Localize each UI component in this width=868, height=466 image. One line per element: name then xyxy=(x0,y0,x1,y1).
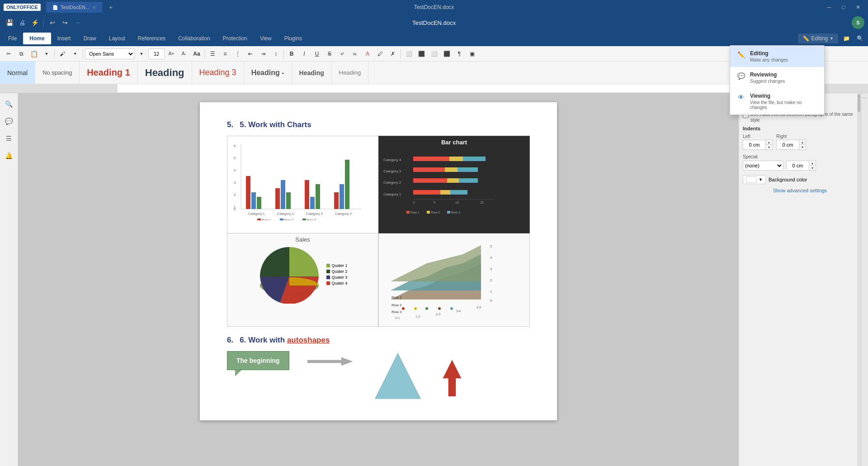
svg-text:Row 1: Row 1 xyxy=(392,295,402,300)
special-val-down[interactable]: ▼ xyxy=(809,166,816,171)
window-title: TestDocEN.docx xyxy=(414,4,454,10)
special-val-spinner[interactable]: ▲ ▼ xyxy=(786,161,816,171)
font-name-dropdown[interactable]: ▼ xyxy=(136,48,147,60)
search-icon[interactable]: 🔍 xyxy=(854,32,866,45)
style-heading1[interactable]: Heading 1 xyxy=(80,62,138,84)
svg-text:3: 3 xyxy=(490,267,492,271)
document-tab[interactable]: 📄 TestDocEN... ✕ xyxy=(46,2,103,13)
indent-right-down[interactable]: ▼ xyxy=(799,145,806,150)
editing-mode-viewing[interactable]: 👁 Viewing View the file, but make no cha… xyxy=(730,88,824,114)
indent-right-up[interactable]: ▲ xyxy=(799,140,806,145)
menu-draw[interactable]: Draw xyxy=(77,33,103,44)
minimize-button[interactable]: ─ xyxy=(823,1,835,14)
shading-button[interactable]: ▣ xyxy=(466,48,478,60)
quick-print-button[interactable]: ⚡ xyxy=(29,17,41,29)
more-button[interactable]: ··· xyxy=(72,17,84,29)
editing-icon: ✏️ xyxy=(736,50,745,59)
indent-left-down[interactable]: ▼ xyxy=(766,145,772,150)
style-no-spacing[interactable]: No spacing xyxy=(35,62,80,84)
indent-left-spinner[interactable]: ▲ ▼ xyxy=(743,140,773,150)
special-val-up[interactable]: ▲ xyxy=(809,161,816,166)
copy-style-button[interactable]: 🖌 xyxy=(57,48,68,60)
increase-indent-button[interactable]: ⇥ xyxy=(257,48,269,60)
copy-button[interactable]: ⧉ xyxy=(15,48,27,60)
paste-button[interactable]: 📋 xyxy=(28,48,40,60)
font-size-up-button[interactable]: A+ xyxy=(165,48,177,60)
list-bullet-button[interactable]: ☰ xyxy=(207,48,218,60)
right-panel-scrollbar[interactable] xyxy=(857,93,861,466)
sidebar-comments-button[interactable]: 💬 xyxy=(2,114,16,128)
sidebar-search-button[interactable]: 🔍 xyxy=(2,97,16,111)
align-left-button[interactable]: ⬜ xyxy=(403,48,415,60)
style-heading2[interactable]: Heading xyxy=(138,62,192,84)
highlight-button[interactable]: 🖊 xyxy=(374,48,386,60)
menu-insert[interactable]: Insert xyxy=(51,33,77,44)
editing-mode-button[interactable]: ✏️ Editing ▼ xyxy=(798,33,838,43)
line-spacing-button[interactable]: ↕ xyxy=(270,48,282,60)
style-heading3[interactable]: Heading 3 xyxy=(192,62,244,84)
user-avatar[interactable]: S xyxy=(852,16,864,29)
indent-right-spinner[interactable]: ▲ ▼ xyxy=(776,140,806,150)
special-select[interactable]: (none) xyxy=(743,161,783,171)
bold-button[interactable]: B xyxy=(286,48,297,60)
list-multi-button[interactable]: ⋮ xyxy=(232,48,244,60)
align-right-button[interactable]: ⬜ xyxy=(428,48,440,60)
scrollbar-thumb[interactable] xyxy=(858,94,860,112)
sidebar-notifications-button[interactable]: 🔔 xyxy=(2,148,16,163)
section6-link: autoshapes xyxy=(287,336,330,344)
sidebar-navigation-button[interactable]: ☰ xyxy=(2,131,16,146)
redo-button[interactable]: ↪ xyxy=(59,17,71,29)
new-tab-button[interactable]: + xyxy=(103,2,119,13)
paste-special-button[interactable]: ▼ xyxy=(41,48,52,60)
editing-mode-editing[interactable]: ✏️ Editing Make any changes xyxy=(730,46,824,67)
menu-plugins[interactable]: Plugins xyxy=(278,33,308,44)
style-heading4[interactable]: Heading - xyxy=(244,62,292,84)
close-button[interactable]: ✕ xyxy=(852,1,864,14)
font-size-input[interactable] xyxy=(148,48,165,59)
superscript-button[interactable]: x² xyxy=(336,48,348,60)
align-center-button[interactable]: ⬛ xyxy=(415,48,427,60)
paragraph-marks-button[interactable]: ¶ xyxy=(453,48,465,60)
style-normal[interactable]: Normal xyxy=(0,62,35,84)
close-tab-button[interactable]: ✕ xyxy=(92,5,96,10)
menu-references[interactable]: References xyxy=(132,33,172,44)
style-heading6[interactable]: Heading xyxy=(332,62,368,84)
style-h1-label: Heading 1 xyxy=(87,67,130,78)
indent-left-input[interactable] xyxy=(743,140,765,150)
special-val-input[interactable] xyxy=(786,161,809,171)
clear-format-button[interactable]: ✗ xyxy=(387,48,399,60)
italic-button[interactable]: I xyxy=(298,48,310,60)
menu-home[interactable]: Home xyxy=(23,33,51,44)
indent-left-up[interactable]: ▲ xyxy=(766,140,772,145)
editing-mode-reviewing[interactable]: 💬 Reviewing Suggest changes xyxy=(730,67,824,88)
maximize-button[interactable]: □ xyxy=(837,1,850,14)
style-heading5[interactable]: Heading xyxy=(292,62,332,84)
show-advanced-button[interactable]: Show advanced settings xyxy=(743,188,857,193)
clear-style-button[interactable]: ✦ xyxy=(69,48,81,60)
menu-file[interactable]: File xyxy=(2,33,23,44)
align-justify-button[interactable]: ⬛ xyxy=(441,48,453,60)
save-button[interactable]: 💾 xyxy=(4,17,15,29)
decrease-indent-button[interactable]: ⇤ xyxy=(245,48,256,60)
subscript-button[interactable]: x₂ xyxy=(349,48,361,60)
underline-button[interactable]: U xyxy=(311,48,323,60)
list-numbered-button[interactable]: ≡ xyxy=(219,48,231,60)
style-h4-label: Heading - xyxy=(251,69,284,77)
menu-collaboration[interactable]: Collaboration xyxy=(172,33,217,44)
cut-button[interactable]: ✂ xyxy=(3,48,14,60)
strikethrough-button[interactable]: S xyxy=(324,48,335,60)
undo-button[interactable]: ↩ xyxy=(47,17,58,29)
folder-icon[interactable]: 📁 xyxy=(840,32,853,45)
font-family-select[interactable]: Open Sans xyxy=(85,48,135,59)
bg-color-picker-button[interactable]: ▼ xyxy=(743,175,766,184)
font-case-button[interactable]: Aa xyxy=(191,48,203,60)
menu-view[interactable]: View xyxy=(254,33,278,44)
font-size-down-button[interactable]: A- xyxy=(178,48,190,60)
font-color-button[interactable]: A xyxy=(362,48,373,60)
svg-text:4-5: 4-5 xyxy=(476,306,481,309)
menu-layout[interactable]: Layout xyxy=(103,33,132,44)
menu-protection[interactable]: Protection xyxy=(217,33,254,44)
print-button[interactable]: 🖨 xyxy=(16,17,28,29)
pie-leg-3-label: Quater 3 xyxy=(331,275,347,280)
indent-right-input[interactable] xyxy=(776,140,799,150)
